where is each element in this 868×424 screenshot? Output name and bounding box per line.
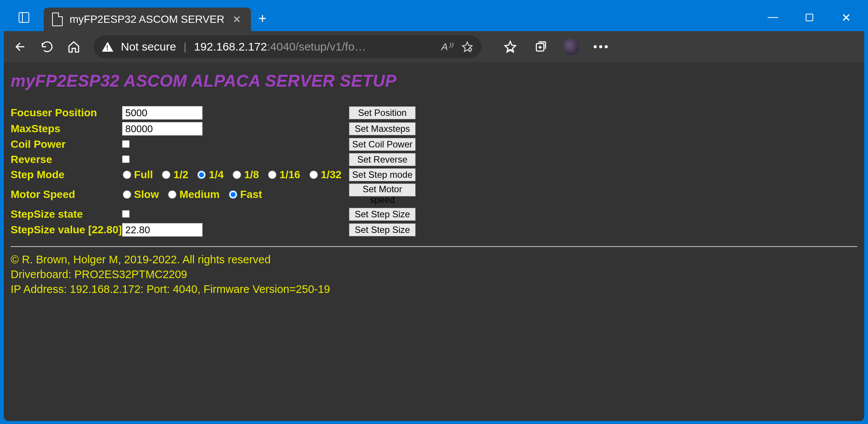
label-stepsize-state: StepSize state xyxy=(11,207,122,222)
tab-strip-icon xyxy=(19,12,29,23)
step-mode-sixteenth[interactable] xyxy=(268,171,276,179)
url-text: 192.168.2.172:4040/setup/v1/fo… xyxy=(194,40,366,53)
page-title: myFP2ESP32 ASCOM ALPACA SERVER SETUP xyxy=(11,71,857,90)
motor-speed-fast[interactable] xyxy=(229,190,237,199)
row-stepsize-state: StepSize state Set Step Size xyxy=(11,207,416,222)
stepsize-value-suffix: [22.80] xyxy=(88,224,122,236)
setup-form: Focuser Position Set Position MaxSteps S… xyxy=(11,105,416,238)
step-mode-full-label: Full xyxy=(134,169,153,181)
maximize-button[interactable] xyxy=(791,4,828,31)
browser-tab[interactable]: myFP2ESP32 ASCOM SERVER ✕ xyxy=(44,8,251,31)
row-maxsteps: MaxSteps Set Maxsteps xyxy=(11,121,416,137)
stepsize-value-label-text: StepSize value xyxy=(11,224,85,236)
home-icon xyxy=(67,40,80,53)
divider xyxy=(11,246,857,247)
label-reverse: Reverse xyxy=(11,152,122,167)
collections-button[interactable] xyxy=(527,35,554,59)
step-mode-eighth[interactable] xyxy=(233,171,241,179)
profile-button[interactable] xyxy=(557,35,585,59)
label-motor-speed: Motor Speed xyxy=(11,182,122,207)
set-maxsteps-button[interactable]: Set Maxsteps xyxy=(349,122,416,135)
maxsteps-input[interactable] xyxy=(122,122,203,136)
step-mode-full[interactable] xyxy=(123,171,131,179)
url-path: :4040/setup/v1/fo… xyxy=(267,40,366,53)
url-host: 192.168.2.172 xyxy=(194,40,267,53)
address-bar-actions: A⁾⁾ xyxy=(441,41,473,53)
toolbar: Not secure | 192.168.2.172:4040/setup/v1… xyxy=(4,31,864,62)
row-coil-power: Coil Power Set Coil Power xyxy=(11,137,416,152)
row-reverse: Reverse Set Reverse xyxy=(11,152,416,167)
reverse-checkbox[interactable] xyxy=(122,155,130,163)
step-mode-radios: Full 1/2 1/4 1/8 1/16 1/32 xyxy=(122,169,347,181)
step-mode-half-label: 1/2 xyxy=(173,169,188,181)
stepsize-state-checkbox[interactable] xyxy=(122,210,130,218)
label-stepsize-value: StepSize value [22.80] xyxy=(11,222,122,238)
motor-speed-fast-label: Fast xyxy=(240,188,262,201)
avatar-icon xyxy=(563,38,579,55)
motor-speed-medium[interactable] xyxy=(168,190,176,199)
more-icon: ••• xyxy=(593,40,610,53)
focuser-position-input[interactable] xyxy=(122,106,203,120)
step-mode-quarter-label: 1/4 xyxy=(209,169,224,181)
motor-speed-slow-label: Slow xyxy=(134,188,159,201)
footer-driverboard: Driverboard: PRO2ES32PTMC2209 xyxy=(11,267,857,282)
read-aloud-button[interactable]: A⁾⁾ xyxy=(441,41,452,53)
coil-power-checkbox[interactable] xyxy=(122,140,130,148)
back-button[interactable] xyxy=(8,35,33,59)
set-stepsize-state-button[interactable]: Set Step Size xyxy=(349,208,416,221)
refresh-icon xyxy=(41,40,54,53)
home-button[interactable] xyxy=(62,35,86,59)
favorite-button[interactable] xyxy=(462,41,473,52)
row-stepsize-value: StepSize value [22.80] Set Step Size xyxy=(11,222,416,238)
footer-ipline: IP Address: 192.168.2.172: Port: 4040, F… xyxy=(11,282,857,297)
address-separator: | xyxy=(184,41,186,53)
tab-title: myFP2ESP32 ASCOM SERVER xyxy=(70,13,224,25)
step-mode-half[interactable] xyxy=(162,171,170,179)
toolbar-right: ••• xyxy=(497,35,615,59)
step-mode-thirtysecond[interactable] xyxy=(309,171,318,179)
label-focuser-position: Focuser Position xyxy=(11,105,122,121)
refresh-button[interactable] xyxy=(35,35,59,59)
set-step-mode-button[interactable]: Set Step mode xyxy=(349,168,416,181)
step-mode-eighth-label: 1/8 xyxy=(244,169,259,181)
page-icon xyxy=(52,13,63,26)
security-status: Not secure xyxy=(121,40,176,53)
arrow-left-icon xyxy=(14,40,27,53)
set-coil-power-button[interactable]: Set Coil Power xyxy=(349,138,416,151)
browser-window: myFP2ESP32 ASCOM SERVER ✕ + ✕ Not secure… xyxy=(4,4,864,421)
label-coil-power: Coil Power xyxy=(11,137,122,152)
warning-icon xyxy=(102,42,113,52)
close-tab-button[interactable]: ✕ xyxy=(231,14,243,25)
motor-speed-radios: Slow Medium Fast xyxy=(122,188,347,201)
address-bar[interactable]: Not secure | 192.168.2.172:4040/setup/v1… xyxy=(94,35,481,58)
tab-actions-button[interactable] xyxy=(4,4,44,31)
new-tab-button[interactable]: + xyxy=(251,8,274,31)
titlebar: myFP2ESP32 ASCOM SERVER ✕ + ✕ xyxy=(4,4,864,31)
row-motor-speed: Motor Speed Slow Medium Fast Set Motor s… xyxy=(11,182,416,207)
favorites-icon xyxy=(504,40,517,53)
minimize-button[interactable] xyxy=(755,4,791,31)
label-maxsteps: MaxSteps xyxy=(11,121,122,137)
collections-icon xyxy=(534,40,547,53)
motor-speed-slow[interactable] xyxy=(123,190,131,199)
menu-button[interactable]: ••• xyxy=(588,35,615,59)
row-step-mode: Step Mode Full 1/2 1/4 1/8 1/16 1/32 Set… xyxy=(11,167,416,182)
close-window-button[interactable]: ✕ xyxy=(828,4,864,31)
set-reverse-button[interactable]: Set Reverse xyxy=(349,153,416,166)
stepsize-value-input[interactable] xyxy=(122,223,203,237)
row-focuser-position: Focuser Position Set Position xyxy=(11,105,416,121)
window-controls: ✕ xyxy=(755,4,864,31)
step-mode-thirtysecond-label: 1/32 xyxy=(321,169,342,181)
footer-copyright: © R. Brown, Holger M, 2019-2022. All rig… xyxy=(11,252,857,267)
step-mode-quarter[interactable] xyxy=(197,171,206,179)
set-position-button[interactable]: Set Position xyxy=(349,106,416,119)
set-motor-speed-button[interactable]: Set Motor speed xyxy=(349,184,416,196)
favorites-button[interactable] xyxy=(497,35,524,59)
page-content: myFP2ESP32 ASCOM ALPACA SERVER SETUP Foc… xyxy=(4,62,864,421)
set-stepsize-value-button[interactable]: Set Step Size xyxy=(349,223,416,236)
label-step-mode: Step Mode xyxy=(11,167,122,182)
motor-speed-medium-label: Medium xyxy=(179,188,220,201)
step-mode-sixteenth-label: 1/16 xyxy=(279,169,300,181)
